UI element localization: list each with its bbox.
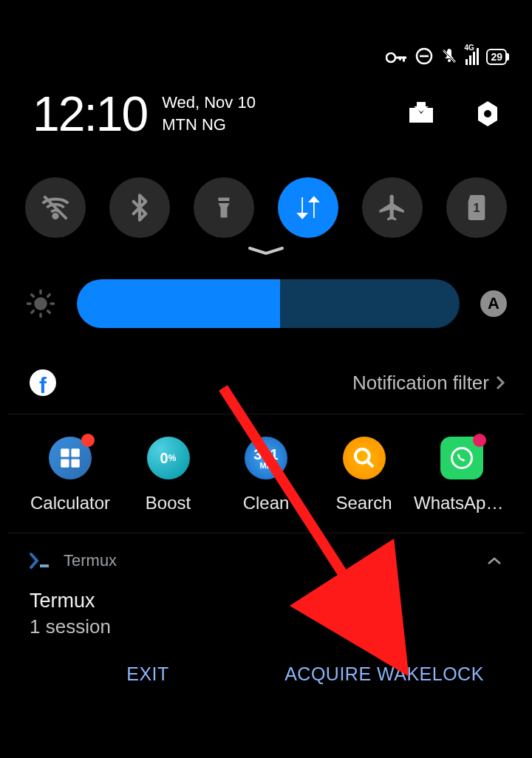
flashlight-toggle[interactable] (194, 177, 254, 238)
svg-line-28 (367, 461, 373, 467)
terminal-icon (30, 551, 52, 570)
svg-rect-12 (219, 198, 230, 202)
data-arrows-icon (293, 192, 324, 223)
mute-icon (440, 47, 458, 65)
brightness-row: A (25, 279, 507, 328)
signal-icon: 4G (466, 47, 479, 65)
battery-indicator: 29 (486, 49, 507, 65)
shortcut-whatsapp[interactable]: WhatsApp M… (414, 437, 510, 513)
shortcut-boost[interactable]: 0% Boost (120, 437, 216, 513)
svg-point-29 (452, 448, 472, 468)
svg-point-6 (448, 59, 451, 62)
shortcut-label: WhatsApp M… (414, 493, 510, 513)
svg-line-21 (32, 311, 34, 313)
shortcut-label: Calculator (30, 493, 110, 513)
clock-time: 12:10 (33, 86, 147, 142)
svg-point-10 (53, 214, 57, 218)
shortcut-calculator[interactable]: Calculator (22, 437, 118, 513)
shortcut-row: Calculator 0% Boost 351 MB Clean Search … (7, 414, 525, 533)
svg-rect-5 (420, 55, 429, 58)
svg-point-14 (34, 297, 47, 310)
svg-text:1: 1 (473, 201, 480, 215)
svg-rect-25 (61, 459, 69, 467)
settings-gear-icon[interactable] (473, 99, 502, 129)
svg-point-9 (484, 110, 491, 117)
acquire-wakelock-button[interactable]: ACQUIRE WAKELOCK (266, 663, 502, 685)
badge-dot (81, 434, 95, 447)
auto-brightness-toggle[interactable]: A (480, 290, 507, 317)
termux-header: Termux (30, 551, 502, 570)
termux-notification[interactable]: Termux Termux 1 session EXIT ACQUIRE WAK… (7, 533, 525, 700)
svg-rect-23 (61, 448, 69, 457)
dnd-icon (415, 47, 433, 65)
termux-title: Termux (30, 590, 502, 612)
svg-point-0 (386, 53, 395, 62)
search-icon (343, 437, 386, 479)
svg-rect-3 (399, 57, 401, 61)
airplane-icon (377, 192, 408, 223)
wifi-toggle[interactable] (25, 177, 86, 238)
bluetooth-toggle[interactable] (109, 177, 170, 238)
svg-line-19 (32, 295, 34, 297)
notification-filter-row[interactable]: f Notification filter (7, 352, 525, 414)
facebook-icon: f (30, 369, 56, 396)
notification-filter-label: Notification filter (352, 372, 489, 395)
date-label: Wed, Nov 10 (162, 92, 256, 114)
termux-subtitle: 1 session (30, 615, 502, 638)
svg-rect-26 (71, 459, 79, 467)
brightness-fill (77, 279, 280, 328)
expand-handle[interactable] (25, 245, 507, 260)
clean-icon: 351 MB (245, 437, 287, 479)
chevron-right-icon (495, 375, 505, 391)
svg-rect-2 (403, 57, 405, 62)
battery-percent: 29 (491, 51, 502, 63)
svg-line-20 (48, 311, 50, 313)
boost-icon: 0% (147, 437, 190, 479)
bluetooth-icon (125, 193, 154, 222)
airplane-toggle[interactable] (362, 177, 423, 238)
svg-point-27 (355, 449, 369, 463)
flashlight-icon (211, 194, 237, 221)
brightness-icon (25, 288, 56, 319)
header: 12:10 Wed, Nov 10 MTN NG (0, 65, 532, 157)
exit-button[interactable]: EXIT (30, 663, 266, 685)
inbox-icon[interactable] (406, 100, 436, 127)
shortcut-clean[interactable]: 351 MB Clean (218, 437, 314, 513)
svg-rect-30 (40, 564, 49, 567)
svg-rect-24 (71, 448, 79, 457)
sim-icon: 1 (464, 193, 489, 222)
status-bar: 4G 29 (0, 0, 532, 65)
termux-app-name: Termux (64, 551, 117, 570)
mobile-data-toggle[interactable] (278, 177, 338, 238)
svg-line-22 (48, 295, 50, 297)
badge-dot (473, 434, 486, 447)
date-carrier: Wed, Nov 10 MTN NG (162, 92, 256, 135)
shortcut-label: Boost (146, 493, 191, 513)
calculator-icon (49, 437, 92, 479)
quick-settings-panel: 1 A (7, 157, 525, 344)
sim-toggle[interactable]: 1 (446, 177, 507, 238)
chevron-down-icon (245, 245, 287, 257)
brightness-slider[interactable] (77, 279, 460, 328)
shortcut-search[interactable]: Search (316, 437, 412, 513)
chevron-up-icon[interactable] (486, 556, 502, 566)
whatsapp-icon (440, 437, 483, 479)
shortcut-label: Search (335, 493, 392, 513)
shortcut-label: Clean (243, 493, 290, 513)
qs-toggle-row: 1 (25, 177, 507, 238)
carrier-label: MTN NG (162, 114, 256, 136)
wifi-off-icon (38, 191, 72, 225)
vpn-key-icon (386, 50, 408, 65)
